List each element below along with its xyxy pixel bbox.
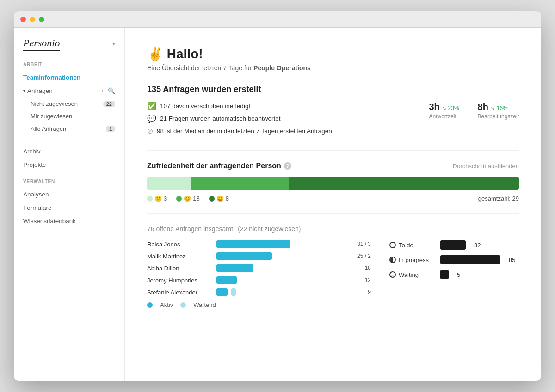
sidebar-item-anfragen[interactable]: ▾ Anfragen + 🔍 — [14, 84, 124, 98]
section-label-arbeit: ARBEIT — [14, 62, 124, 71]
sidebar-item-label: Projekte — [23, 161, 46, 168]
status-label-todo: To do — [389, 242, 436, 249]
minimize-button[interactable] — [30, 17, 35, 22]
status-col: To do 32 In progress 85 — [389, 240, 519, 308]
legend-smiley-neutral: 😊 — [184, 195, 191, 202]
sidebar: Personio ▾ ARBEIT Teaminformationen ▾ An… — [14, 28, 125, 381]
add-anfragen-icon[interactable]: + — [100, 87, 104, 94]
person-bar-1 — [216, 252, 272, 260]
titlebar — [14, 11, 541, 28]
message-icon: 💬 — [147, 114, 156, 123]
subtitle-prefix: Eine Übersicht der letzten 7 Tage für — [147, 64, 253, 72]
person-bar-3 — [216, 276, 237, 284]
sub-item-label: Alle Anfragen — [31, 125, 66, 132]
inprogress-bar — [440, 255, 500, 264]
status-row-todo: To do 32 — [389, 240, 519, 250]
search-anfragen-icon[interactable]: 🔍 — [108, 87, 115, 94]
person-row-0: Raisa Jones 31 / 3 — [147, 240, 371, 248]
legend-smiley-happy: 😄 — [216, 195, 224, 202]
legend-dot-light — [147, 196, 153, 202]
stats-section-title: 135 Anfragen wurden erstellt — [147, 85, 519, 94]
logo-text: Personio — [23, 37, 60, 51]
sidebar-item-archiv[interactable]: Archiv — [14, 145, 124, 158]
legend-count-mid: 18 — [193, 195, 199, 202]
metric-label-2: Bearbeitungszeit — [478, 113, 519, 120]
divider-2 — [147, 213, 519, 214]
person-bar-2 — [216, 264, 253, 272]
open-requests-title: 76 offene Anfragen insgesamt (22 nicht z… — [147, 225, 519, 233]
legend-aktiv-label: Aktiv — [160, 301, 173, 308]
maximize-button[interactable] — [39, 17, 44, 22]
person-name-4: Stefanie Alexander — [147, 289, 212, 296]
sidebar-item-label: Analysen — [23, 191, 49, 198]
bar-segment-mid — [191, 177, 288, 190]
metric-bearbeitungszeit: 8h ↘ 16% Bearbeitungszeit — [478, 102, 519, 120]
satisfaction-total: gesamtzahl: 29 — [478, 195, 519, 202]
metric-change-1: ↘ 23% — [442, 105, 459, 111]
satisfaction-title: Zufriedenheit der anfragenden Person ? — [147, 162, 291, 170]
waiting-bar — [440, 270, 449, 279]
sidebar-item-projekte[interactable]: Projekte — [14, 158, 124, 172]
checkmark-icon: ✅ — [147, 102, 156, 110]
satisfaction-bar — [147, 177, 519, 190]
ban-icon: ⊘ — [147, 127, 153, 135]
person-name-0: Raisa Jones — [147, 241, 212, 248]
anfragen-label: Anfragen — [27, 87, 53, 94]
sidebar-item-label: Wissensdatenbank — [23, 218, 76, 225]
sidebar-item-label: Archiv — [23, 148, 41, 155]
waiting-count: 5 — [457, 271, 460, 278]
legend-aktiv-dot — [147, 302, 153, 308]
section-label-verwalten: VERWALTEN — [14, 179, 124, 188]
sidebar-item-nicht-zugewiesen[interactable]: Nicht zugewiesen 22 — [14, 98, 124, 110]
sidebar-item-wissensdatenbank[interactable]: Wissensdatenbank — [14, 214, 124, 228]
bar-segment-dark — [289, 177, 519, 190]
status-row-inprogress: In progress 85 — [389, 255, 519, 264]
section-gap — [14, 172, 124, 179]
open-requests-layout: Raisa Jones 31 / 3 Malik Martinez 25 / 2 — [147, 240, 519, 308]
sidebar-item-mir-zugewiesen[interactable]: Mir zugewiesen — [14, 110, 124, 122]
sidebar-item-alle-anfragen[interactable]: Alle Anfragen 1 — [14, 122, 124, 135]
sidebar-item-label: Teaminformationen — [23, 74, 80, 81]
todo-icon — [389, 242, 396, 248]
metric-change-2: ↘ 16% — [490, 105, 507, 111]
person-bar-waiting-4 — [231, 288, 236, 296]
metric-value-2: 8h ↘ 16% — [478, 102, 519, 112]
sidebar-logo-area: Personio ▾ — [14, 37, 124, 62]
help-icon[interactable]: ? — [284, 162, 291, 170]
todo-count: 32 — [474, 242, 481, 249]
stat-text-3: 98 ist der Median der in den letzten 7 T… — [157, 128, 332, 135]
people-operations-link[interactable]: People Operations — [253, 64, 311, 72]
metrics-group: 3h ↘ 23% Antwortzeit 8h ↘ 16% Bearbeitun… — [429, 102, 519, 120]
stat-item-3: ⊘ 98 ist der Median der in den letzten 7… — [147, 127, 401, 135]
legend-count-light: 3 — [164, 195, 167, 202]
legend-dot-mid — [176, 196, 182, 202]
sidebar-item-teaminformationen[interactable]: Teaminformationen — [14, 71, 124, 84]
sidebar-item-label: Formulare — [23, 204, 52, 211]
person-row-3: Jeremy Humphries 12 — [147, 276, 371, 284]
main-content: ✌️ Hallo! Eine Übersicht der letzten 7 T… — [125, 28, 541, 381]
inprogress-count: 85 — [509, 257, 515, 263]
hide-average-link[interactable]: Durchschnitt ausblenden — [453, 163, 519, 170]
close-button[interactable] — [20, 17, 26, 22]
sidebar-item-analysen[interactable]: Analysen — [14, 188, 124, 201]
stat-item-1: ✅ 107 davon verschoben inerledigt — [147, 102, 401, 110]
satisfaction-legend: 🙂 3 😊 18 😄 8 gesamtzahl: 29 — [147, 195, 519, 202]
sidebar-divider-1 — [14, 140, 124, 140]
sidebar-item-formulare[interactable]: Formulare — [14, 201, 124, 214]
bar-segment-light — [147, 177, 191, 190]
open-requests-subtitle: (22 nicht zugewiesen) — [238, 225, 301, 233]
sub-item-label: Mir zugewiesen — [31, 113, 72, 120]
status-label-waiting: − Waiting — [389, 271, 436, 278]
person-bar-4 — [216, 288, 228, 296]
todo-bar — [440, 240, 466, 250]
logo-dropdown-icon[interactable]: ▾ — [112, 41, 115, 47]
metric-antwortzeit: 3h ↘ 23% Antwortzeit — [429, 102, 459, 120]
satisfaction-header: Zufriedenheit der anfragenden Person ? D… — [147, 162, 519, 170]
legend-smiley-sad: 🙂 — [154, 195, 162, 202]
person-count-4: 9 — [368, 289, 371, 295]
person-row-4: Stefanie Alexander 9 — [147, 288, 371, 296]
person-row-2: Abiha Dillon 18 — [147, 264, 371, 272]
legend-dot-dark — [209, 196, 215, 202]
app-window: Personio ▾ ARBEIT Teaminformationen ▾ An… — [14, 11, 541, 381]
divider-1 — [147, 150, 519, 151]
